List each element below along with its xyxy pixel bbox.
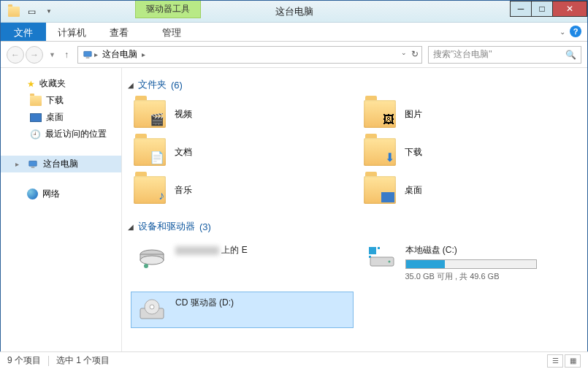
qat-dropdown-icon[interactable]: ▼ xyxy=(40,4,58,20)
maximize-button[interactable]: □ xyxy=(531,1,553,17)
folder-videos[interactable]: 🎬视频 xyxy=(131,97,354,131)
title-bar: ▭ ▼ 驱动器工具 这台电脑 ─ □ ✕ xyxy=(1,1,587,23)
folder-label: 音乐 xyxy=(175,184,192,197)
cd-drive-icon xyxy=(136,297,168,323)
folder-icon xyxy=(364,176,396,204)
address-bar[interactable]: ▸ 这台电脑 ▸ ⌄ ↻ xyxy=(77,46,422,64)
local-disk-icon xyxy=(366,244,398,270)
ribbon-tabs: 文件 计算机 查看 管理 ⌄ ? xyxy=(1,23,587,42)
address-dropdown-icon[interactable]: ⌄ xyxy=(401,49,407,59)
ribbon-tab-computer[interactable]: 计算机 xyxy=(46,23,98,41)
folder-label: 下载 xyxy=(405,146,422,159)
ribbon-tab-manage[interactable]: 管理 xyxy=(150,23,193,41)
main-area: ★ 收藏夹 下载 桌面 🕘 最近访问的位置 ▸ 这台电脑 xyxy=(1,68,587,351)
nav-up-button[interactable]: ↑ xyxy=(61,50,72,60)
group-title: 设备和驱动器 xyxy=(138,220,195,233)
drive-usage-text: 35.0 GB 可用 , 共 49.6 GB xyxy=(405,271,579,282)
svg-point-7 xyxy=(144,264,148,268)
qat-system-icon[interactable] xyxy=(5,4,23,20)
folder-icon: ♪ xyxy=(134,176,166,204)
tree-label: 最近访问的位置 xyxy=(45,128,107,140)
search-icon: 🔍 xyxy=(565,50,576,60)
status-selected-count: 选中 1 个项目 xyxy=(56,354,110,367)
window-title: 这台电脑 xyxy=(1,5,587,18)
qat-properties-icon[interactable]: ▭ xyxy=(23,4,40,20)
folder-icon: ⬇ xyxy=(364,138,396,166)
ribbon-file-tab[interactable]: 文件 xyxy=(1,23,46,41)
breadcrumb-root[interactable]: 这台电脑 xyxy=(98,48,142,61)
nav-forward-button[interactable]: → xyxy=(26,46,43,64)
drive-label: CD 驱动器 (D:) xyxy=(175,297,348,309)
address-pc-icon xyxy=(81,48,94,61)
navigation-bar: ← → ▼ ↑ ▸ 这台电脑 ▸ ⌄ ↻ 搜索"这台电脑" 🔍 xyxy=(1,42,587,68)
svg-rect-2 xyxy=(29,161,37,166)
folder-label: 图片 xyxy=(405,108,422,121)
folder-label: 视频 xyxy=(175,108,192,121)
svg-rect-1 xyxy=(86,57,90,58)
group-title: 文件夹 xyxy=(138,78,167,91)
view-details-button[interactable]: ☰ xyxy=(547,354,563,368)
navigation-pane: ★ 收藏夹 下载 桌面 🕘 最近访问的位置 ▸ 这台电脑 xyxy=(1,68,122,351)
refresh-icon[interactable]: ↻ xyxy=(411,49,419,59)
tree-recent[interactable]: 🕘 最近访问的位置 xyxy=(1,126,121,142)
help-icon[interactable]: ? xyxy=(570,26,581,37)
search-input[interactable]: 搜索"这台电脑" 🔍 xyxy=(428,46,581,64)
content-pane: ◢ 文件夹 (6) 🎬视频 🖼图片 📄文档 ⬇下载 ♪音乐 桌面 ◢ 设备和驱动… xyxy=(122,68,587,351)
folder-downloads[interactable]: ⬇下载 xyxy=(361,135,584,169)
svg-point-6 xyxy=(140,256,164,265)
folder-documents[interactable]: 📄文档 xyxy=(131,135,354,169)
caret-icon: ▸ xyxy=(15,160,23,168)
svg-rect-9 xyxy=(378,247,380,249)
nav-history-dropdown[interactable]: ▼ xyxy=(49,51,56,58)
tree-desktop[interactable]: 桌面 xyxy=(1,109,121,126)
drive-network-e[interactable]: 上的 E xyxy=(131,239,354,287)
drive-cd-d[interactable]: CD 驱动器 (D:) xyxy=(131,292,354,328)
tree-label: 网络 xyxy=(42,188,60,200)
drive-label: 上的 E xyxy=(175,244,348,256)
minimize-button[interactable]: ─ xyxy=(510,1,532,17)
tree-network[interactable]: 网络 xyxy=(1,186,121,202)
collapse-caret-icon: ◢ xyxy=(128,223,134,231)
quick-access-toolbar: ▭ ▼ xyxy=(1,4,58,20)
network-icon xyxy=(27,189,38,199)
pc-icon xyxy=(27,159,39,170)
folder-label: 文档 xyxy=(175,146,192,159)
folder-label: 桌面 xyxy=(405,184,422,197)
contextual-tab-drivetools[interactable]: 驱动器工具 xyxy=(135,1,201,18)
group-header-drives[interactable]: ◢ 设备和驱动器 (3) xyxy=(126,217,583,239)
svg-rect-0 xyxy=(84,51,92,56)
status-bar: 9 个项目 选中 1 个项目 ☰ ▦ xyxy=(0,351,588,369)
svg-rect-8 xyxy=(369,247,376,254)
group-count: (3) xyxy=(199,221,211,232)
close-button[interactable]: ✕ xyxy=(552,1,587,17)
folder-icon: 🖼 xyxy=(364,100,396,128)
address-chevron[interactable]: ▸ xyxy=(142,50,145,58)
svg-point-12 xyxy=(388,261,390,263)
tree-label: 桌面 xyxy=(46,111,64,123)
folder-music[interactable]: ♪音乐 xyxy=(131,173,354,207)
ribbon-tab-view[interactable]: 查看 xyxy=(98,23,140,41)
folder-icon xyxy=(30,96,42,106)
tree-favorites[interactable]: ★ 收藏夹 xyxy=(1,75,121,92)
folder-icon: 🎬 xyxy=(134,100,166,128)
desktop-icon xyxy=(30,113,42,122)
window-controls: ─ □ ✕ xyxy=(511,1,587,17)
collapse-caret-icon: ◢ xyxy=(128,81,134,89)
tree-thispc[interactable]: ▸ 这台电脑 xyxy=(1,156,121,172)
group-header-folders[interactable]: ◢ 文件夹 (6) xyxy=(126,75,583,97)
folder-desktop[interactable]: 桌面 xyxy=(361,173,584,207)
tree-downloads[interactable]: 下载 xyxy=(1,92,121,109)
star-icon: ★ xyxy=(27,79,35,89)
drive-local-c[interactable]: 本地磁盘 (C:) 35.0 GB 可用 , 共 49.6 GB xyxy=(361,239,584,287)
drive-usage-bar xyxy=(405,259,537,269)
network-drive-icon xyxy=(136,244,168,270)
folder-pictures[interactable]: 🖼图片 xyxy=(361,97,584,131)
ribbon-expand-icon[interactable]: ⌄ xyxy=(560,28,565,36)
drive-label: 本地磁盘 (C:) xyxy=(405,244,579,256)
group-count: (6) xyxy=(171,80,183,91)
tree-label: 这台电脑 xyxy=(43,158,78,170)
svg-point-15 xyxy=(150,305,154,309)
nav-back-button[interactable]: ← xyxy=(7,46,24,64)
svg-rect-3 xyxy=(31,167,35,167)
view-icons-button[interactable]: ▦ xyxy=(565,354,581,368)
